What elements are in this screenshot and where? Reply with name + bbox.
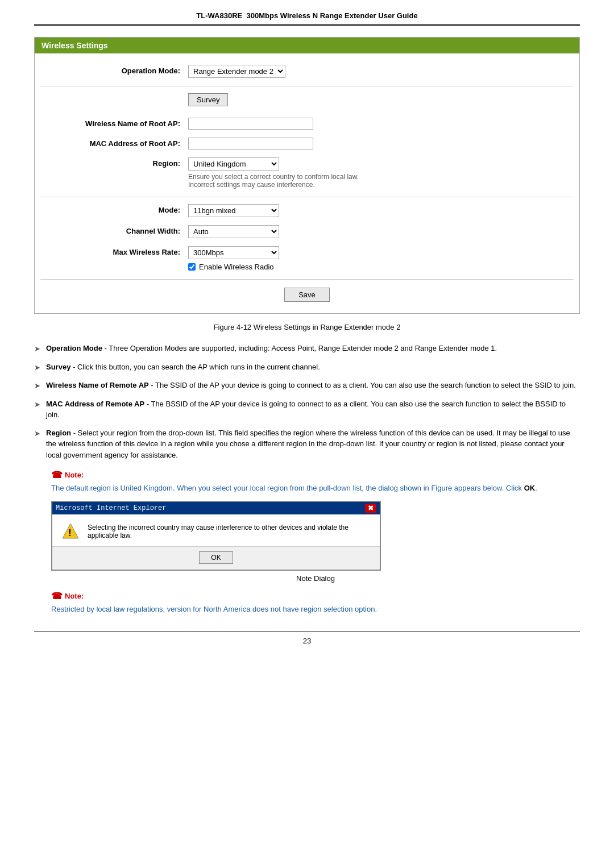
mac-address-control [188,138,574,149]
note1-section: ☎ Note: The default region is United Kin… [51,470,580,583]
survey-control: Survey [188,93,574,110]
bullet-arrow: ➤ [34,362,40,373]
region-note: Ensure you select a correct country to c… [188,173,381,189]
bullet-bold: Region [46,429,71,437]
mac-address-label: MAC Address of Root AP: [40,138,188,148]
list-item: ➤ Operation Mode - Three Operation Modes… [34,343,580,355]
mac-address-row: MAC Address of Root AP: [40,138,574,149]
survey-button[interactable]: Survey [188,93,228,106]
mode-control: 11bgn mixed [188,204,574,217]
bullet-text: MAC Address of Remote AP - The BSSID of … [46,398,580,421]
bullet-list: ➤ Operation Mode - Three Operation Modes… [34,343,580,460]
wireless-settings-box: Wireless Settings Operation Mode: Range … [34,37,580,314]
wireless-name-control [188,118,574,130]
wireless-name-label: Wireless Name of Root AP: [40,118,188,128]
bullet-arrow: ➤ [34,428,40,439]
ie-ok-row: OK [52,546,380,570]
ie-ok-button[interactable]: OK [199,551,233,564]
bullet-bold: Operation Mode [46,344,102,352]
bullet-arrow: ➤ [34,343,40,355]
note1-bold: OK [524,484,536,492]
operation-mode-row: Operation Mode: Range Extender mode 2 [40,65,574,78]
note2-text: Restricted by local law regulations, ver… [51,604,580,615]
ie-close-button[interactable]: ✖ [365,504,376,513]
mac-address-input[interactable] [188,138,313,149]
enable-wireless-radio-label: Enable Wireless Radio [199,263,274,271]
bullet-bold: Survey [46,363,70,371]
max-wireless-rate-row: Max Wireless Rate: 300Mbps Enable Wirele… [40,246,574,271]
bullet-text: Survey - Click this button, you can sear… [46,362,320,373]
note1-text: The default region is United Kingdom. Wh… [51,483,580,494]
divider2 [40,197,574,197]
ie-titlebar: Microsoft Internet Explorer ✖ [52,502,380,514]
channel-width-control: Auto [188,225,574,238]
svg-text:!: ! [68,528,71,538]
region-control: United Kingdom Ensure you select a corre… [188,157,574,189]
dialog-caption: Note Dialog [51,574,580,583]
model-number: TL-WA830RE [196,11,242,20]
survey-label-spacer [40,93,188,95]
wireless-name-input[interactable] [188,118,313,130]
mode-label: Mode: [40,204,188,214]
enable-wireless-radio-checkbox[interactable] [188,263,196,271]
save-row: Save [40,279,574,302]
ie-message: Selecting the incorrect country may caus… [88,524,371,539]
max-wireless-rate-select[interactable]: 300Mbps [188,246,279,259]
save-button[interactable]: Save [284,288,330,302]
ie-title: Microsoft Internet Explorer [56,504,166,512]
channel-width-select[interactable]: Auto [188,225,279,238]
bullet-arrow: ➤ [34,380,40,392]
bullet-text: Region - Select your region from the dro… [46,427,580,461]
note-icon: ☎ [51,470,63,480]
operation-mode-control: Range Extender mode 2 [188,65,574,78]
figure-caption: Figure 4-12 Wireless Settings in Range E… [34,323,580,331]
page-number: 23 [34,632,580,645]
operation-mode-label: Operation Mode: [40,65,188,75]
bullet-text: Wireless Name of Remote AP - The SSID of… [46,380,576,391]
divider1 [40,86,574,86]
note1-label: ☎ Note: [51,470,580,480]
bullet-bold: MAC Address of Remote AP [46,400,144,408]
bullet-text: Operation Mode - Three Operation Modes a… [46,343,497,354]
mode-select[interactable]: 11bgn mixed [188,204,279,217]
channel-width-label: Channel Width: [40,225,188,235]
max-wireless-rate-label: Max Wireless Rate: [40,246,188,256]
max-wireless-rate-control: 300Mbps Enable Wireless Radio [188,246,574,271]
note2-label: ☎ Note: [51,591,580,601]
header-title: 300Mbps Wireless N Range Extender User G… [246,11,417,20]
note2-section: ☎ Note: Restricted by local law regulati… [51,591,580,615]
list-item: ➤ Wireless Name of Remote AP - The SSID … [34,380,580,392]
settings-body: Operation Mode: Range Extender mode 2 Su… [35,53,579,313]
mode-row: Mode: 11bgn mixed [40,204,574,217]
enable-wireless-radio-row: Enable Wireless Radio [188,263,574,271]
wireless-name-row: Wireless Name of Root AP: [40,118,574,130]
note2-icon: ☎ [51,591,63,601]
page-header: TL-WA830RE 300Mbps Wireless N Range Exte… [34,11,580,26]
ie-dialog: Microsoft Internet Explorer ✖ ! Selectin… [51,501,381,571]
region-row: Region: United Kingdom Ensure you select… [40,157,574,189]
ie-body: ! Selecting the incorrect country may ca… [52,514,380,546]
settings-header: Wireless Settings [35,38,579,53]
region-label: Region: [40,157,188,168]
channel-width-row: Channel Width: Auto [40,225,574,238]
bullet-bold: Wireless Name of Remote AP [46,381,149,389]
list-item: ➤ MAC Address of Remote AP - The BSSID o… [34,398,580,421]
list-item: ➤ Survey - Click this button, you can se… [34,362,580,373]
list-item: ➤ Region - Select your region from the d… [34,427,580,461]
region-select[interactable]: United Kingdom [188,157,279,171]
survey-row: Survey [40,93,574,110]
operation-mode-select[interactable]: Range Extender mode 2 [188,65,285,78]
warning-icon: ! [61,522,80,541]
bullet-arrow: ➤ [34,399,40,410]
